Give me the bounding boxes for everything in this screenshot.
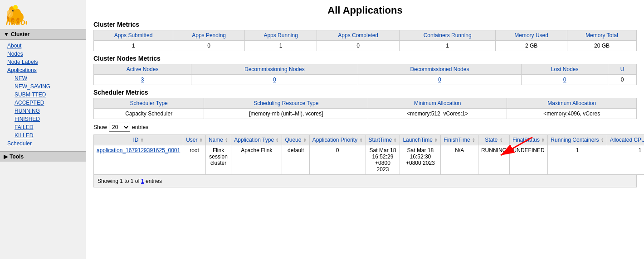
id-sort-icon: ⇕	[140, 138, 144, 143]
val-decommissioning-nodes: 0	[191, 75, 358, 85]
sidebar-item-accepted[interactable]: ACCEPTED	[4, 99, 86, 107]
val-maximum-allocation: <memory:4096, vCores	[507, 109, 637, 119]
val-apps-completed: 0	[317, 41, 400, 51]
active-nodes-link[interactable]: 3	[141, 77, 144, 83]
cluster-nav-links: About Nodes Node Labels Applications NEW…	[0, 42, 86, 148]
col-queue[interactable]: Queue ⇕	[282, 135, 309, 145]
svg-point-6	[7, 10, 13, 18]
app-type-sort-icon: ⇕	[275, 138, 279, 143]
sidebar-item-failed[interactable]: FAILED	[4, 123, 86, 131]
svg-text:hadoop: hadoop	[6, 18, 27, 25]
col-apps-submitted: Apps Submitted	[94, 30, 173, 41]
launchtime-sort-icon: ⇕	[434, 138, 438, 143]
col-application-priority[interactable]: Application Priority ⇕	[309, 135, 366, 145]
sidebar-item-submitted[interactable]: SUBMITTED	[4, 91, 86, 99]
lost-nodes-link[interactable]: 0	[563, 77, 566, 83]
val-memory-total: 20 GB	[567, 41, 637, 51]
cell-user: root	[183, 145, 206, 175]
cell-name: Flink session cluster	[205, 145, 231, 175]
cell-running-containers: 1	[548, 145, 607, 175]
col-memory-total: Memory Total	[567, 30, 637, 41]
queue-sort-icon: ⇕	[303, 138, 307, 143]
col-running-containers[interactable]: Running Containers ⇕	[548, 135, 607, 145]
val-scheduler-type: Capacity Scheduler	[94, 109, 204, 119]
cluster-nodes-metrics-title: Cluster Nodes Metrics	[93, 55, 637, 62]
col-decommissioning-nodes: Decommissioning Nodes	[191, 64, 358, 75]
running-containers-sort-icon: ⇕	[600, 138, 604, 143]
table-row: application_1679129391625_0001 root Flin…	[94, 145, 644, 175]
applications-table-wrapper: ID ⇕ User ⇕ Name ⇕ Application Type	[93, 134, 637, 175]
sidebar-item-new[interactable]: NEW	[4, 74, 86, 82]
cluster-nav: About Nodes Node Labels Applications NEW…	[0, 40, 86, 149]
decommissioned-nodes-link[interactable]: 0	[438, 77, 441, 83]
cell-queue: default	[282, 145, 309, 175]
application-id-link[interactable]: application_1679129391625_0001	[97, 147, 180, 153]
col-apps-running: Apps Running	[245, 30, 317, 41]
cluster-metrics-table: Apps Submitted Apps Pending Apps Running…	[93, 30, 637, 51]
logo-area: hadoop	[0, 0, 86, 29]
starttime-sort-icon: ⇕	[393, 138, 397, 143]
col-state[interactable]: State ⇕	[478, 135, 509, 145]
sidebar-item-about[interactable]: About	[0, 42, 86, 50]
col-apps-completed: Apps Completed	[317, 30, 400, 41]
scheduler-metrics-table: Scheduler Type Scheduling Resource Type …	[93, 98, 637, 119]
sidebar-item-running[interactable]: RUNNING	[4, 107, 86, 115]
cell-app-type: Apache Flink	[231, 145, 282, 175]
tools-header[interactable]: ▶ Tools	[0, 151, 86, 162]
val-containers-running: 1	[400, 41, 496, 51]
showing-entries-text: Showing 1 to 1 of 1 entries	[98, 178, 162, 184]
val-lost-nodes: 0	[522, 75, 608, 85]
decommissioning-nodes-link[interactable]: 0	[273, 77, 276, 83]
col-apps-pending: Apps Pending	[173, 30, 245, 41]
cell-finalstatus: UNDEFINED	[509, 145, 547, 175]
cell-allocated-cpu: 1	[607, 145, 644, 175]
col-finishtime[interactable]: FinishTime ⇕	[441, 135, 478, 145]
entries-count-link[interactable]: 1	[141, 178, 144, 184]
col-active-nodes: Active Nodes	[94, 64, 191, 75]
col-u: U	[608, 64, 636, 75]
finalstatus-sort-icon: ⇕	[541, 138, 545, 143]
cell-id: application_1679129391625_0001	[94, 145, 183, 175]
val-active-nodes: 3	[94, 75, 191, 85]
col-name[interactable]: Name ⇕	[205, 135, 231, 145]
col-application-type[interactable]: Application Type ⇕	[231, 135, 282, 145]
entries-select[interactable]: 10 20 25 50 100	[109, 123, 130, 132]
cell-starttime: Sat Mar 18 16:52:29 +0800 2023	[366, 145, 400, 175]
col-scheduler-type: Scheduler Type	[94, 98, 204, 109]
col-user[interactable]: User ⇕	[183, 135, 206, 145]
col-starttime[interactable]: StartTime ⇕	[366, 135, 400, 145]
col-id[interactable]: ID ⇕	[94, 135, 183, 145]
scheduler-metrics-title: Scheduler Metrics	[93, 89, 637, 96]
main-content: All Applications Cluster Metrics Apps Su…	[86, 0, 644, 259]
col-launchtime[interactable]: LaunchTime ⇕	[400, 135, 441, 145]
entries-label: entries	[132, 124, 148, 130]
col-memory-used: Memory Used	[496, 30, 567, 41]
cell-launchtime: Sat Mar 18 16:52:30 +0800 2023	[400, 145, 441, 175]
sidebar-item-scheduler[interactable]: Scheduler	[0, 139, 86, 148]
state-sort-icon: ⇕	[499, 138, 503, 143]
val-memory-used: 2 GB	[496, 41, 567, 51]
cluster-nodes-table: Active Nodes Decommissioning Nodes Decom…	[93, 64, 637, 85]
col-lost-nodes: Lost Nodes	[522, 64, 608, 75]
show-entries-control: Show 10 20 25 50 100 entries	[93, 123, 637, 132]
val-decommissioned-nodes: 0	[358, 75, 522, 85]
name-sort-icon: ⇕	[224, 138, 228, 143]
finishtime-sort-icon: ⇕	[472, 138, 475, 143]
sidebar-item-new-saving[interactable]: NEW_SAVING	[4, 82, 86, 91]
table-footer: Showing 1 to 1 of 1 entries	[93, 175, 637, 187]
cell-priority: 0	[309, 145, 366, 175]
sidebar: hadoop ▼ Cluster About Nodes Node Labels…	[0, 0, 86, 259]
sidebar-item-node-labels[interactable]: Node Labels	[0, 58, 86, 66]
sidebar-item-killed[interactable]: KILLED	[4, 131, 86, 139]
svg-point-7	[13, 5, 18, 10]
sidebar-item-nodes[interactable]: Nodes	[0, 50, 86, 58]
col-allocated-cpu[interactable]: Allocated CPU VCores ⇕	[607, 135, 644, 145]
cluster-header[interactable]: ▼ Cluster	[0, 29, 86, 40]
user-sort-icon: ⇕	[199, 138, 203, 143]
col-finalstatus[interactable]: FinalStatus ⇕	[509, 135, 547, 145]
val-apps-running: 1	[245, 41, 317, 51]
val-u: 0	[608, 75, 636, 85]
sidebar-item-finished[interactable]: FINISHED	[4, 115, 86, 123]
sidebar-item-applications[interactable]: Applications	[0, 66, 86, 74]
cluster-label: Cluster	[11, 31, 29, 38]
